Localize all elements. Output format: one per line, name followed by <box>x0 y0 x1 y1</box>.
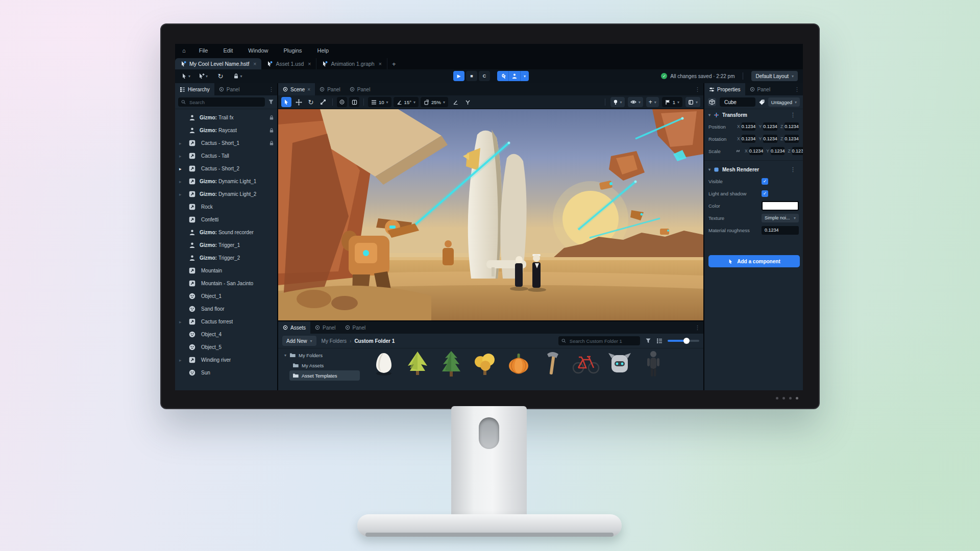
close-tab-icon[interactable]: × <box>308 61 311 67</box>
color-swatch[interactable] <box>762 201 799 211</box>
expand-chevron-icon[interactable]: ▸ <box>179 358 185 363</box>
new-tab-button[interactable]: + <box>387 58 401 69</box>
section-menu-icon[interactable]: ⋮ <box>790 166 796 173</box>
asset-thumb-tool[interactable] <box>537 349 567 379</box>
hierarchy-item[interactable]: ▸ Mountain <box>175 264 277 277</box>
hierarchy-item[interactable]: ▸ Object_1 <box>175 290 277 303</box>
stop-button[interactable]: ■ <box>466 71 477 81</box>
asset-thumb-pumpkin[interactable] <box>504 349 533 379</box>
tab-assets[interactable]: Assets <box>278 321 310 334</box>
tab-panel[interactable]: Panel <box>315 83 345 95</box>
lock-icon[interactable] <box>269 140 274 146</box>
transform-x-input[interactable]: 0.1234 <box>749 147 764 155</box>
loop-button[interactable]: C <box>479 71 490 81</box>
close-tab-icon[interactable]: × <box>253 61 256 67</box>
hierarchy-item[interactable]: ▸ Gizmo:Trigger_1 <box>175 239 277 252</box>
object-name-input[interactable] <box>723 99 752 106</box>
object-name-field[interactable] <box>720 97 755 107</box>
grid-snap-dropdown[interactable]: 10▾ <box>368 97 391 107</box>
hierarchy-item[interactable]: ▸ Sun <box>175 366 277 379</box>
filter-icon[interactable] <box>645 338 651 344</box>
move-tool[interactable] <box>293 97 304 107</box>
angle-snap-dropdown[interactable]: 15°▾ <box>394 97 419 107</box>
add-dropdown[interactable]: + ▾ <box>646 97 659 107</box>
menu-item[interactable]: File <box>199 47 208 54</box>
transform-y-input[interactable]: 0.1234 <box>763 135 777 143</box>
home-icon[interactable]: ⌂ <box>182 47 186 54</box>
hierarchy-item[interactable]: ▸ Cactus - Short_1 <box>175 137 277 149</box>
lighting-dropdown[interactable]: ▾ <box>610 97 625 107</box>
tree-item-asset-templates[interactable]: Asset Templates <box>289 370 360 381</box>
panel-menu-icon[interactable]: ⋮ <box>695 86 700 93</box>
chevron-down-icon[interactable]: ▾ <box>521 71 529 81</box>
scale-tool[interactable] <box>318 97 328 107</box>
lock-button[interactable]: ▾ <box>231 71 244 81</box>
asset-thumb-figure[interactable] <box>639 349 668 379</box>
layout-dropdown[interactable]: Default Layout▾ <box>751 71 798 81</box>
hierarchy-item[interactable]: ▸ Gizmo:Dynamic Light_1 <box>175 175 277 188</box>
transform-section-header[interactable]: ▾ Transform ⋮ <box>704 109 803 120</box>
expand-chevron-icon[interactable]: ▸ <box>179 141 185 146</box>
menu-item[interactable]: Window <box>248 47 268 54</box>
lock-icon[interactable] <box>269 128 274 133</box>
scale-snap-dropdown[interactable]: 25%▾ <box>421 97 448 107</box>
tab-panel[interactable]: Panel <box>310 321 340 334</box>
thumbnail-size-slider[interactable] <box>668 340 699 342</box>
panel-menu-icon[interactable]: ⋮ <box>794 86 800 93</box>
mesh-renderer-section-header[interactable]: ▾ Mesh Renderer ⋮ <box>704 164 803 175</box>
select-tool[interactable] <box>281 97 291 107</box>
tab-properties[interactable]: Properties <box>704 83 745 95</box>
breadcrumb-root[interactable]: My Folders <box>322 338 347 344</box>
local-space-tool[interactable] <box>349 97 359 107</box>
hierarchy-item[interactable]: ▸ Mountain - San Jacinto <box>175 277 277 290</box>
expand-chevron-icon[interactable]: ▸ <box>179 179 185 184</box>
menu-item[interactable]: Plugins <box>283 47 302 54</box>
hierarchy-item[interactable]: ▸ Cactus - Tall <box>175 149 277 162</box>
transform-y-input[interactable]: 0.1234 <box>771 147 785 155</box>
visibility-dropdown[interactable]: ▾ <box>628 97 643 107</box>
lock-icon[interactable] <box>269 115 274 120</box>
asset-thumb-bicycle[interactable] <box>571 349 601 379</box>
transform-x-input[interactable]: 0.1234 <box>742 135 756 143</box>
transform-z-input[interactable]: 0.1234 <box>785 122 799 131</box>
panel-menu-icon[interactable]: ⋮ <box>695 324 700 331</box>
chevron-down-icon[interactable]: ▾ <box>708 113 710 117</box>
panel-menu-icon[interactable]: ⋮ <box>268 86 274 93</box>
document-tab[interactable]: Animation 1.graph × <box>316 58 387 69</box>
hierarchy-item[interactable]: ▸ Gizmo:Trail fx <box>175 111 277 124</box>
hierarchy-item[interactable]: ▸ Object_4 <box>175 328 277 341</box>
camera-view-dropdown[interactable]: ▾ <box>685 97 700 107</box>
branch-tool[interactable] <box>462 97 473 107</box>
filter-icon[interactable] <box>268 99 274 105</box>
add-object-button[interactable]: ▾ <box>197 71 210 81</box>
tag-dropdown[interactable]: Untagged▾ <box>768 97 800 107</box>
tree-item-my-folders[interactable]: ▾ My Folders <box>281 350 360 360</box>
transform-z-input[interactable]: 0.1234 <box>792 147 803 155</box>
tab-scene[interactable]: Scene× <box>278 83 315 95</box>
person-icon[interactable] <box>509 71 521 81</box>
chevron-down-icon[interactable]: ▾ <box>284 353 286 358</box>
expand-chevron-icon[interactable]: ▸ <box>179 319 185 324</box>
hierarchy-item[interactable]: ▸ Gizmo:Sound recorder <box>175 226 277 239</box>
list-view-icon[interactable] <box>656 338 663 344</box>
select-tool-button[interactable]: ▾ <box>179 71 192 81</box>
layer-dropdown[interactable]: 1▾ <box>662 97 682 107</box>
asset-thumb-tree[interactable] <box>403 349 432 379</box>
add-component-button[interactable]: Add a component <box>708 255 800 267</box>
texture-dropdown[interactable]: Simple noi...▾ <box>762 214 799 222</box>
refresh-button[interactable]: ↻ <box>214 71 227 81</box>
scene-3d-render[interactable] <box>278 109 703 320</box>
document-tab[interactable]: My Cool Level Name.hstf × <box>175 58 261 69</box>
tab-panel[interactable]: Panel <box>745 83 775 95</box>
rotate-tool[interactable]: ↻ <box>306 97 316 107</box>
tab-hierarchy[interactable]: Hierarchy <box>175 83 214 95</box>
hierarchy-item[interactable]: ▸ Gizmo:Raycast <box>175 124 277 137</box>
expand-chevron-icon[interactable]: ▸ <box>179 154 185 159</box>
tab-panel[interactable]: Panel <box>340 321 371 334</box>
play-mode-settings[interactable]: ▾ <box>497 71 529 81</box>
hierarchy-item[interactable]: ▸ Cactus forrest <box>175 315 277 328</box>
hierarchy-search[interactable] <box>178 97 265 107</box>
asset-thumb-egg[interactable] <box>369 349 399 379</box>
tree-item-my-assets[interactable]: My Assets <box>289 360 360 370</box>
visible-checkbox[interactable]: ✓ <box>762 178 768 185</box>
